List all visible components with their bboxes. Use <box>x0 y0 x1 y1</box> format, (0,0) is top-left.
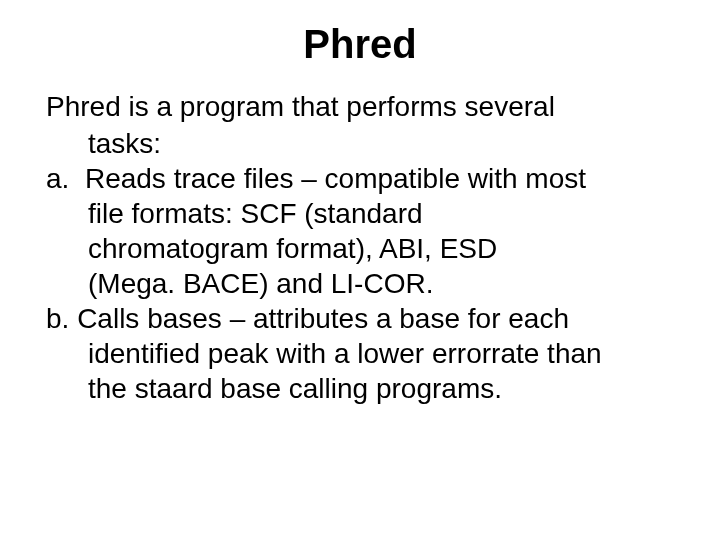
list-item-a: a. Reads trace files – compatible with m… <box>46 161 674 196</box>
slide-body: Phred is a program that performs several… <box>46 89 674 406</box>
slide: Phred Phred is a program that performs s… <box>0 0 720 540</box>
list-item-b-cont1: identified peak with a lower errorrate t… <box>46 336 674 371</box>
intro-text: Phred is a program that performs several <box>46 89 674 124</box>
list-item-b-cont2: the staard base calling programs. <box>46 371 674 406</box>
list-item-a-cont3: (Mega. BACE) and LI-COR. <box>46 266 674 301</box>
list-item-b: b. Calls bases – attributes a base for e… <box>46 301 674 336</box>
intro-text-2: tasks: <box>46 126 674 161</box>
list-item-a-cont1: file formats: SCF (standard <box>46 196 674 231</box>
list-item-a-cont2: chromatogram format), ABI, ESD <box>46 231 674 266</box>
slide-title: Phred <box>46 22 674 67</box>
